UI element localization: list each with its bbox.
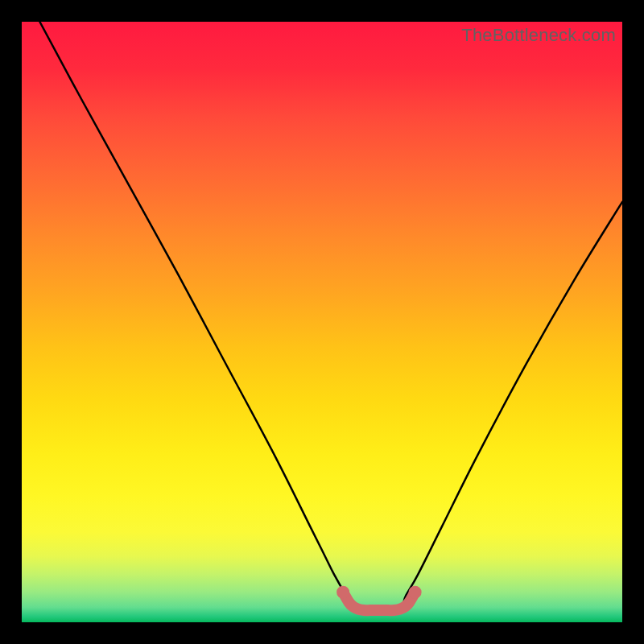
optimal-zone-marker — [343, 592, 415, 611]
plot-area: TheBottleneck.com — [22, 22, 622, 622]
optimal-zone-endpoint — [409, 586, 422, 599]
watermark-text: TheBottleneck.com — [461, 25, 616, 46]
chart-frame: TheBottleneck.com — [0, 0, 644, 644]
bottleneck-curve — [39, 22, 622, 610]
chart-svg — [22, 22, 622, 622]
optimal-zone-endpoint — [336, 586, 349, 599]
